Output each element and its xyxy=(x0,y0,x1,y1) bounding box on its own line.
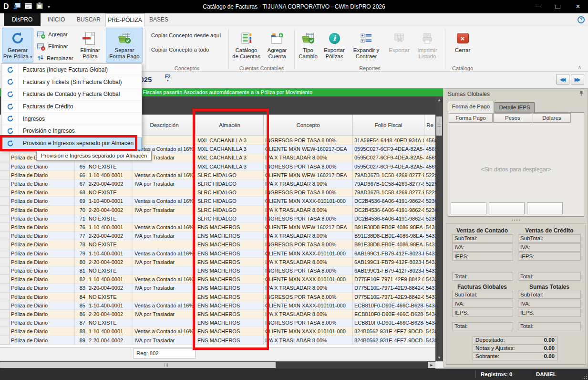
col-header-concepto[interactable]: Concepto xyxy=(264,115,353,136)
pin-icon[interactable] xyxy=(579,90,584,98)
cell[interactable]: IVA X TRASLADAR 8.00% xyxy=(264,179,353,188)
tab-forma-de-pago[interactable]: Forma de Pago xyxy=(448,101,494,113)
cell[interactable]: Póliza de Diario xyxy=(10,258,75,266)
cell[interactable]: INGRESOS POR TASA 8.00% xyxy=(264,240,353,249)
tab-detalle-ieps[interactable]: Detalle IEPS xyxy=(495,102,535,113)
cell[interactable]: ECB810F0-D90E-466C-B628-8 xyxy=(353,301,424,310)
cell[interactable]: 5432 xyxy=(424,266,435,275)
cell[interactable]: 5229 xyxy=(424,188,435,197)
row-indicator[interactable] xyxy=(0,188,10,197)
agregar-button[interactable]: + Agregar xyxy=(37,29,68,40)
cell[interactable]: IVA X TRASLADAR 8.00% xyxy=(264,336,353,345)
row-indicator[interactable] xyxy=(0,301,10,310)
cell[interactable]: Póliza de Diario xyxy=(10,232,75,240)
cell[interactable]: CLIENTE MXN XAXX-010101-000 xyxy=(264,197,353,205)
ribbon-collapse-icon[interactable]: ∧ xyxy=(578,64,581,70)
cell[interactable]: 4568 xyxy=(424,136,435,145)
cell[interactable]: 4569 xyxy=(424,145,435,153)
tab-buscar[interactable]: BUSCAR xyxy=(72,13,105,26)
col-header-pesos[interactable]: Pesos xyxy=(493,113,532,123)
cell[interactable] xyxy=(133,136,196,145)
cell[interactable]: IVA por Trasladar xyxy=(133,179,196,188)
copiar-concepto-todo-button[interactable]: Copiar Concepto a todo xyxy=(151,47,209,53)
clipboard-icon[interactable] xyxy=(36,2,43,11)
cell[interactable]: D775E10E-7971-42E9-8842-0 xyxy=(353,284,424,292)
row-indicator[interactable] xyxy=(0,223,10,232)
cell[interactable]: 83 xyxy=(75,284,87,292)
cell[interactable]: 2-20-004-0002 xyxy=(87,179,133,188)
nav-previous-button[interactable]: ◀◀ xyxy=(556,74,569,84)
cell[interactable]: 80 xyxy=(75,258,87,266)
cell[interactable]: 1-10-400-0001 xyxy=(87,275,133,284)
cell[interactable]: INGRESOS POR TASA 8.00% xyxy=(264,214,353,223)
cell[interactable]: Póliza de Diario xyxy=(10,249,75,258)
cell[interactable]: 89 xyxy=(75,336,87,345)
cell[interactable]: 31A59E54-6448-40ED-934A-9 xyxy=(353,136,424,145)
cell[interactable]: D775E10E-7971-42E9-8842-0 xyxy=(353,275,424,284)
scroll-up-icon[interactable]: ▲ xyxy=(435,98,443,102)
close-button[interactable]: × xyxy=(568,0,588,13)
cell[interactable]: 88 xyxy=(75,327,87,336)
cell[interactable]: 2-20-004-0002 xyxy=(87,336,133,345)
cell[interactable]: 2-20-004-0002 xyxy=(87,310,133,318)
cell[interactable]: Póliza de Diario xyxy=(10,301,75,310)
cell[interactable]: 76 xyxy=(75,223,87,232)
cell[interactable]: Póliza de Diario xyxy=(10,223,75,232)
catalogo-cuentas-button[interactable]: Catálogo de Cuentas xyxy=(231,28,261,63)
cell[interactable]: 5433 xyxy=(424,275,435,284)
cell[interactable]: DC2B4536-6A06-4191-9862-0 xyxy=(353,197,424,205)
cell[interactable]: 85 xyxy=(75,301,87,310)
tab-dispro[interactable]: DisPRO xyxy=(4,13,41,26)
cell[interactable]: Póliza de Diario xyxy=(10,240,75,249)
row-indicator[interactable] xyxy=(0,214,10,223)
row-indicator[interactable] xyxy=(0,197,10,205)
cell[interactable]: 79AD367B-1C58-4269-8277-9 xyxy=(353,188,424,197)
cell[interactable]: 0595C027-6CF9-4DEA-82A5-E xyxy=(353,145,424,153)
maximize-button[interactable] xyxy=(548,0,568,13)
cell[interactable]: IVA por Trasladar xyxy=(133,310,196,318)
cell[interactable]: 5432 xyxy=(424,258,435,266)
cell[interactable]: IVA X TRASLADAR 8.00% xyxy=(264,206,353,214)
cell[interactable]: 0595C027-6CF9-4DEA-82A5-E xyxy=(353,162,424,171)
cell[interactable]: 5230 xyxy=(424,197,435,205)
cell[interactable]: Póliza de Diario xyxy=(10,171,75,179)
cell[interactable]: Póliza de Diario xyxy=(10,327,75,336)
cell[interactable]: 66 xyxy=(75,171,87,179)
cell[interactable]: Ventas a Contado al 16% xyxy=(133,301,196,310)
col-header-forma-pago[interactable]: Forma Pago xyxy=(449,113,493,123)
cell[interactable]: 5435 xyxy=(424,327,435,336)
col-header-dolares[interactable]: Dólares xyxy=(533,113,571,123)
cell[interactable]: 5229 xyxy=(424,171,435,179)
cell[interactable]: Póliza de Diario xyxy=(10,162,75,171)
cell[interactable] xyxy=(133,318,196,327)
cell[interactable]: Ventas a Contado al 16% xyxy=(133,249,196,258)
cell[interactable]: B91E38D8-EB0E-4086-98EA-6 xyxy=(353,223,424,232)
menu-item[interactable]: Facturas de Crédito xyxy=(1,101,142,113)
cell[interactable]: 5230 xyxy=(424,214,435,223)
cell[interactable]: NO EXISTE xyxy=(87,214,133,223)
cell[interactable]: 79 xyxy=(75,249,87,258)
menu-item[interactable]: Facturas y Tickets (Sin Factura Global) xyxy=(1,76,142,89)
cell[interactable]: D775E10E-7971-42E9-8842-0 xyxy=(353,293,424,301)
cell[interactable]: 84 xyxy=(75,293,87,301)
cell[interactable]: 2-20-004-0002 xyxy=(87,232,133,240)
cell[interactable]: 81 xyxy=(75,266,87,275)
cell[interactable]: NO EXISTE xyxy=(87,162,133,171)
cell[interactable]: B91E38D8-EB0E-4086-98EA-6 xyxy=(353,232,424,240)
cell[interactable]: CLIENTE MXN WEW-160217-DEA xyxy=(264,223,353,232)
cell[interactable]: 5435 xyxy=(424,336,435,345)
row-indicator[interactable] xyxy=(0,232,10,240)
cell[interactable]: 1-10-400-0001 xyxy=(87,249,133,258)
cell[interactable]: 87 xyxy=(75,318,87,327)
cell[interactable]: 69 xyxy=(75,197,87,205)
cell[interactable]: 65 xyxy=(75,162,87,171)
row-indicator[interactable] xyxy=(0,318,10,327)
cell[interactable]: Ventas a Contado al 16% xyxy=(133,171,196,179)
cell[interactable]: 6AB199C1-FB79-412F-8023-E xyxy=(353,249,424,258)
tab-inicio[interactable]: INICIO xyxy=(41,13,72,26)
row-indicator[interactable] xyxy=(0,179,10,188)
qat-dropdown-icon[interactable]: ▾ xyxy=(48,5,50,9)
row-indicator[interactable] xyxy=(0,284,10,292)
row-indicator[interactable] xyxy=(0,327,10,336)
cell[interactable]: DC2B4536-6A06-4191-9862-0 xyxy=(353,214,424,223)
